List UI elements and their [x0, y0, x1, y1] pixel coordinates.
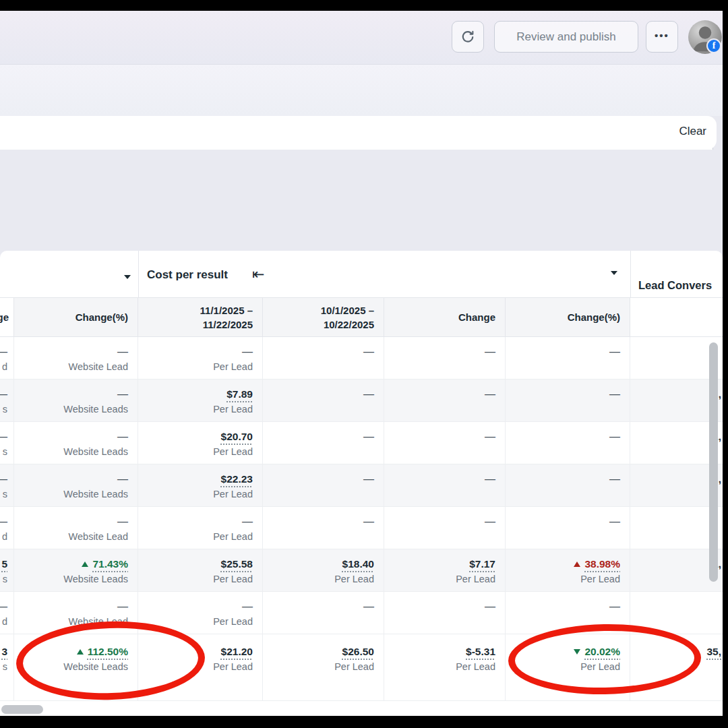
metric-sublabel: s — [3, 660, 7, 674]
table-cell: 112.50%Website Leads — [14, 634, 138, 700]
table-cell: —Per Lead — [138, 507, 263, 549]
clear-filters-button[interactable]: Clear — [679, 125, 706, 138]
horizontal-scrollbar-thumb[interactable] — [1, 705, 43, 714]
table-row: 3s112.50%Website Leads$21.20Per Lead$26.… — [0, 634, 723, 701]
column-header-label: 10/1/2025 – — [321, 303, 374, 317]
review-and-publish-button[interactable]: Review and publish — [494, 21, 638, 53]
metric-value[interactable]: $22.23 — [221, 471, 253, 487]
metric-value: — — [363, 599, 374, 614]
metrics-table: Cost per result ⇤ Lead Convers Rate (Web… — [0, 251, 723, 716]
column-header[interactable]: 11/1/2025 –11/22/2025 — [138, 298, 263, 336]
table-cell: — — [263, 380, 384, 421]
table-cell: $25.58Per Lead — [138, 549, 263, 591]
trend-up-icon — [82, 562, 88, 567]
ellipsis-icon: ••• — [655, 30, 669, 41]
metric-value: — — [242, 599, 253, 614]
group-header-cost-per-result[interactable]: Cost per result — [147, 268, 228, 282]
metric-value[interactable]: 3 — [1, 644, 7, 659]
table-row: 5s71.43%Website Leads$25.58Per Lead$18.4… — [0, 549, 723, 592]
refresh-button[interactable] — [452, 21, 484, 53]
metric-value[interactable]: $20.70 — [221, 429, 253, 444]
metric-value: — — [0, 429, 7, 444]
metric-sublabel: Per Lead — [334, 660, 374, 674]
column-header-label: 11/1/2025 – — [200, 303, 253, 317]
table-cell: —d — [0, 592, 14, 634]
table-cell: —d — [0, 337, 14, 379]
metric-change-value[interactable]: 38.98% — [574, 556, 620, 572]
metric-sublabel: Website Leads — [63, 572, 128, 586]
table-cell: — — [263, 337, 384, 379]
table-cell: $18.40Per Lead — [263, 549, 384, 591]
table-cell: — — [384, 592, 506, 634]
metric-sublabel: Website Leads — [63, 487, 128, 502]
table-row: —s—Website Leads$22.23Per Lead———, — [0, 464, 723, 507]
metric-value[interactable]: $25.58 — [221, 556, 253, 572]
table-cell: 20.02%Per Lead — [506, 634, 630, 700]
metric-sublabel: Per Lead — [456, 660, 495, 674]
chevron-down-icon[interactable] — [124, 275, 131, 279]
metric-sublabel: d — [2, 360, 7, 374]
chevron-down-icon[interactable] — [611, 271, 617, 275]
metric-value: — — [363, 429, 374, 444]
table-cell: — — [263, 507, 384, 549]
metric-value[interactable]: $18.40 — [342, 556, 374, 572]
table-cell: $20.70Per Lead — [138, 422, 263, 464]
metric-change-value[interactable]: 112.50% — [77, 644, 128, 659]
column-header[interactable]: Change(%) — [506, 298, 630, 336]
metric-sublabel: Per Lead — [213, 360, 253, 374]
metric-sublabel: Website Leads — [63, 402, 128, 417]
table-cell: —Per Lead — [138, 592, 263, 634]
metric-sublabel: Website Lead — [69, 360, 128, 374]
table-cell: —s — [0, 380, 14, 421]
column-header[interactable]: Change — [384, 298, 506, 336]
table-cell: — — [384, 380, 506, 421]
metric-value: — — [609, 344, 620, 359]
table-cell: —s — [0, 422, 14, 464]
table-cell: — — [263, 592, 384, 634]
metric-sublabel: Per Lead — [580, 572, 620, 586]
refresh-icon — [460, 30, 475, 44]
table-cell: $22.23Per Lead — [138, 464, 263, 506]
metric-value[interactable]: $7.89 — [226, 386, 253, 402]
column-header[interactable]: 10/1/2025 –10/22/2025 — [263, 298, 384, 336]
metric-change-value[interactable]: 20.02% — [574, 644, 620, 659]
metric-change-value[interactable]: 71.43% — [82, 556, 128, 572]
table-cell: —Website Leads — [14, 380, 138, 421]
column-header-label: Change(%) — [568, 310, 620, 324]
metric-value[interactable]: $-5.31 — [466, 644, 495, 659]
column-header-label: 10/22/2025 — [324, 317, 374, 332]
table-cell: —Website Lead — [14, 337, 138, 379]
metric-value[interactable]: $7.17 — [469, 556, 495, 572]
collapse-columns-icon[interactable]: ⇤ — [252, 267, 264, 282]
table-cell: $21.20Per Lead — [138, 634, 263, 700]
metric-sublabel: Website Leads — [63, 445, 128, 459]
table-body: —d—Website Lead—Per Lead————s—Website Le… — [0, 337, 723, 701]
table-cell: — — [384, 337, 506, 379]
metric-sublabel: d — [2, 530, 7, 544]
metric-value[interactable]: 35, — [706, 644, 721, 659]
more-options-button[interactable]: ••• — [646, 21, 678, 53]
metric-value[interactable]: $21.20 — [221, 644, 253, 659]
metric-value: — — [0, 386, 7, 402]
column-header[interactable]: Change(%) — [14, 298, 138, 336]
table-cell: $-5.31Per Lead — [384, 634, 506, 700]
table-cell: — — [263, 464, 384, 506]
table-cell: — — [384, 422, 506, 464]
group-header-lead-conversion-line1[interactable]: Lead Convers — [638, 279, 712, 292]
trend-down-icon — [574, 649, 580, 655]
metric-value[interactable]: 5 — [1, 556, 7, 572]
metric-sublabel: Per Lead — [213, 615, 253, 629]
metric-value: — — [0, 344, 7, 359]
metric-sublabel: Per Lead — [580, 660, 620, 674]
vertical-scrollbar-thumb[interactable] — [709, 342, 718, 582]
metric-value: — — [242, 514, 253, 529]
metric-value: — — [485, 471, 495, 487]
metric-sublabel: Website Lead — [69, 615, 128, 629]
table-cell: $7.17Per Lead — [384, 549, 506, 591]
metric-value: — — [117, 429, 128, 444]
metric-value: — — [609, 514, 620, 529]
metric-value[interactable]: $26.50 — [342, 644, 374, 659]
metric-value: — — [485, 514, 495, 529]
table-cell: — — [506, 592, 630, 634]
metric-value: — — [485, 599, 495, 614]
